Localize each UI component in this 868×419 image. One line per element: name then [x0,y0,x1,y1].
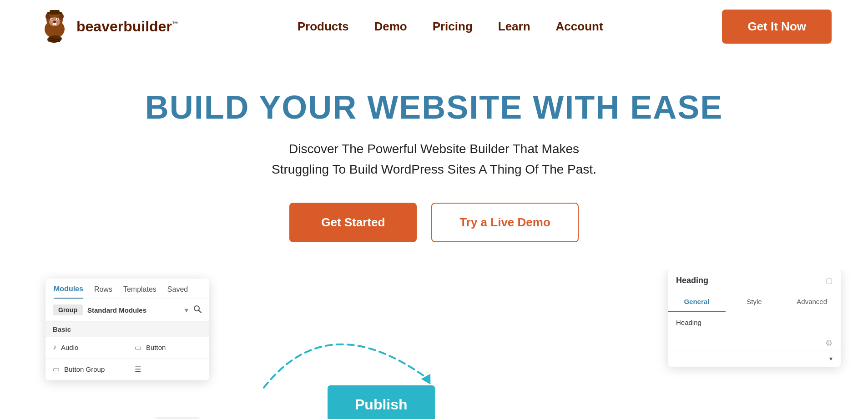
hero-cta-area: Get Started Try a Live Demo [18,203,850,242]
panel-right-title: Heading [676,276,708,285]
gear-icon[interactable]: ⚙ [668,336,841,350]
search-icon[interactable] [193,304,202,316]
tab-saved[interactable]: Saved [167,285,188,298]
tab-advanced[interactable]: Advanced [783,292,841,312]
hero-heading: BUILD YOUR WEBSITE WITH EASE [18,90,850,125]
svg-marker-19 [421,371,435,384]
module-button-label: Button [146,344,166,351]
panel-right-body: Heading [668,312,841,336]
module-extra[interactable]: ☰ [127,359,209,380]
panel-dropdown[interactable]: ▾ [668,350,841,367]
modules-panel: Modules Rows Templates Saved Group Stand… [45,279,209,380]
panel-right-header: Heading ▢ [668,269,841,292]
hero-section: BUILD YOUR WEBSITE WITH EASE Discover Th… [0,53,868,269]
panel-right-tabs: General Style Advanced [668,292,841,312]
nav-account[interactable]: Account [556,20,603,34]
module-button-group-label: Button Group [64,365,105,373]
tab-style[interactable]: Style [726,292,783,312]
get-started-button[interactable]: Get Started [289,203,417,242]
svg-rect-9 [55,23,56,25]
heading-field-label: Heading [676,319,833,326]
nav-learn[interactable]: Learn [498,20,530,34]
logo[interactable]: beaverbuilder™ [36,8,178,45]
module-button[interactable]: ▭ Button [127,337,209,359]
audio-icon: ♪ [53,343,56,351]
tab-rows[interactable]: Rows [94,285,112,298]
tab-modules[interactable]: Modules [54,285,83,299]
site-header: beaverbuilder™ Products Demo Pricing Lea… [0,0,868,53]
nav-demo[interactable]: Demo [374,20,407,34]
nav-products[interactable]: Products [298,20,349,34]
main-nav: Products Demo Pricing Learn Account [298,20,603,34]
live-demo-button[interactable]: Try a Live Demo [431,203,578,242]
publish-button[interactable]: Publish [328,385,435,419]
chevron-down-icon: ▾ [829,355,833,362]
panel-collapse-icon[interactable]: ▢ [826,276,833,285]
beaver-logo-icon [36,8,73,45]
logo-text: beaverbuilder™ [76,18,178,35]
nav-pricing[interactable]: Pricing [433,20,473,34]
demo-preview-area: Modules Rows Templates Saved Group Stand… [0,269,868,419]
module-audio[interactable]: ♪ Audio [45,337,127,359]
svg-point-10 [45,13,50,20]
svg-point-6 [57,19,58,20]
modules-grid: ♪ Audio ▭ Button ▭ Button Group ☰ [45,337,209,380]
list-icon: ☰ [135,365,141,374]
group-select-value[interactable]: Standard Modules [87,306,180,314]
tab-templates[interactable]: Templates [123,285,156,298]
section-header-basic: Basic [45,322,209,337]
heading-settings-panel: Heading ▢ General Style Advanced Heading… [668,269,841,367]
modules-tabs: Modules Rows Templates Saved [45,279,209,299]
button-icon: ▭ [135,343,141,352]
svg-point-11 [59,13,64,20]
group-label: Group [53,304,83,315]
svg-point-7 [53,21,56,23]
get-it-now-button[interactable]: Get It Now [722,10,832,44]
module-audio-label: Audio [61,344,78,351]
button-group-icon: ▭ [53,365,60,374]
svg-point-5 [51,19,53,20]
tab-general[interactable]: General [668,292,726,312]
module-button-group[interactable]: ▭ Button Group [45,359,127,380]
svg-rect-13 [50,10,60,15]
svg-rect-8 [53,23,55,25]
svg-line-18 [199,310,201,313]
chevron-down-icon: ▾ [185,306,188,314]
hero-subheading: Discover The Powerful Website Builder Th… [18,139,850,180]
group-selector-row: Group Standard Modules ▾ [45,299,209,322]
window-controls [155,417,200,419]
